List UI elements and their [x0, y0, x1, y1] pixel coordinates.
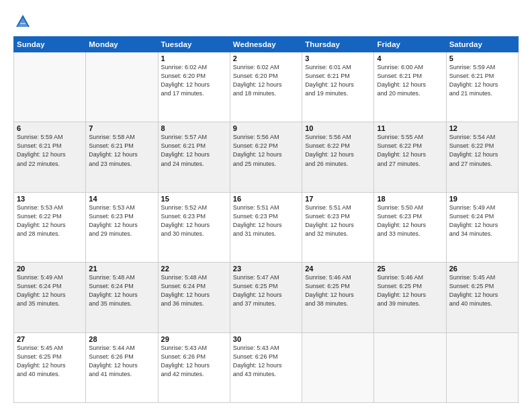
calendar-header-row: SundayMondayTuesdayWednesdayThursdayFrid…: [14, 37, 519, 52]
header: [13, 12, 519, 31]
day-number: 19: [449, 195, 515, 203]
calendar-cell: 14Sunrise: 5:53 AM Sunset: 6:23 PM Dayli…: [86, 192, 158, 262]
day-info: Sunrise: 5:43 AM Sunset: 6:26 PM Dayligh…: [161, 344, 227, 379]
day-info: Sunrise: 5:48 AM Sunset: 6:24 PM Dayligh…: [161, 273, 227, 308]
day-info: Sunrise: 5:51 AM Sunset: 6:23 PM Dayligh…: [305, 203, 371, 238]
calendar-header-friday: Friday: [374, 37, 446, 52]
day-info: Sunrise: 5:43 AM Sunset: 6:26 PM Dayligh…: [233, 344, 299, 379]
calendar-week-row: 6Sunrise: 5:59 AM Sunset: 6:21 PM Daylig…: [14, 122, 519, 192]
day-info: Sunrise: 5:53 AM Sunset: 6:22 PM Dayligh…: [17, 203, 83, 238]
calendar-week-row: 13Sunrise: 5:53 AM Sunset: 6:22 PM Dayli…: [14, 192, 519, 262]
page: SundayMondayTuesdayWednesdayThursdayFrid…: [0, 0, 532, 411]
calendar-cell: 4Sunrise: 6:00 AM Sunset: 6:21 PM Daylig…: [374, 52, 446, 122]
day-info: Sunrise: 5:44 AM Sunset: 6:26 PM Dayligh…: [89, 344, 154, 379]
calendar-cell: [446, 332, 518, 402]
calendar-cell: 10Sunrise: 5:56 AM Sunset: 6:22 PM Dayli…: [302, 122, 374, 192]
day-number: 28: [89, 335, 154, 343]
day-number: 9: [233, 124, 299, 132]
day-number: 17: [305, 195, 371, 203]
calendar-header-tuesday: Tuesday: [158, 37, 230, 52]
day-info: Sunrise: 5:49 AM Sunset: 6:24 PM Dayligh…: [449, 203, 515, 238]
calendar-header-thursday: Thursday: [302, 37, 374, 52]
calendar-cell: 19Sunrise: 5:49 AM Sunset: 6:24 PM Dayli…: [446, 192, 518, 262]
calendar-cell: 21Sunrise: 5:48 AM Sunset: 6:24 PM Dayli…: [86, 263, 158, 332]
day-info: Sunrise: 5:59 AM Sunset: 6:21 PM Dayligh…: [17, 133, 83, 168]
calendar-cell: 11Sunrise: 5:55 AM Sunset: 6:22 PM Dayli…: [374, 122, 446, 192]
calendar-cell: 12Sunrise: 5:54 AM Sunset: 6:22 PM Dayli…: [446, 122, 518, 192]
day-number: 3: [305, 54, 371, 62]
day-info: Sunrise: 5:46 AM Sunset: 6:25 PM Dayligh…: [377, 273, 443, 308]
calendar-cell: 15Sunrise: 5:52 AM Sunset: 6:23 PM Dayli…: [158, 192, 230, 262]
calendar-cell: 23Sunrise: 5:47 AM Sunset: 6:25 PM Dayli…: [230, 263, 302, 332]
day-number: 30: [233, 335, 299, 343]
day-number: 16: [233, 195, 299, 203]
calendar-cell: 27Sunrise: 5:45 AM Sunset: 6:25 PM Dayli…: [14, 332, 86, 402]
calendar-cell: 8Sunrise: 5:57 AM Sunset: 6:21 PM Daylig…: [158, 122, 230, 192]
calendar-cell: 9Sunrise: 5:56 AM Sunset: 6:22 PM Daylig…: [230, 122, 302, 192]
day-number: 24: [305, 265, 371, 273]
calendar-cell: 2Sunrise: 6:02 AM Sunset: 6:20 PM Daylig…: [230, 52, 302, 122]
calendar-cell: 20Sunrise: 5:49 AM Sunset: 6:24 PM Dayli…: [14, 263, 86, 332]
calendar-cell: 16Sunrise: 5:51 AM Sunset: 6:23 PM Dayli…: [230, 192, 302, 262]
calendar-header-monday: Monday: [86, 37, 158, 52]
calendar-cell: [374, 332, 446, 402]
day-number: 29: [161, 335, 227, 343]
day-number: 18: [377, 195, 443, 203]
calendar-cell: [86, 52, 158, 122]
day-number: 7: [89, 124, 154, 132]
calendar-cell: 17Sunrise: 5:51 AM Sunset: 6:23 PM Dayli…: [302, 192, 374, 262]
day-number: 25: [377, 265, 443, 273]
day-number: 26: [449, 265, 515, 273]
day-info: Sunrise: 5:56 AM Sunset: 6:22 PM Dayligh…: [305, 133, 371, 168]
calendar-cell: 3Sunrise: 6:01 AM Sunset: 6:21 PM Daylig…: [302, 52, 374, 122]
calendar-cell: 22Sunrise: 5:48 AM Sunset: 6:24 PM Dayli…: [158, 263, 230, 332]
day-info: Sunrise: 5:55 AM Sunset: 6:22 PM Dayligh…: [377, 133, 443, 168]
logo-icon: [13, 12, 32, 31]
day-number: 1: [161, 54, 227, 62]
day-number: 15: [161, 195, 227, 203]
day-info: Sunrise: 5:59 AM Sunset: 6:21 PM Dayligh…: [449, 63, 515, 98]
day-info: Sunrise: 6:02 AM Sunset: 6:20 PM Dayligh…: [233, 63, 299, 98]
day-number: 5: [449, 54, 515, 62]
day-number: 27: [17, 335, 83, 343]
day-number: 14: [89, 195, 154, 203]
calendar-cell: 30Sunrise: 5:43 AM Sunset: 6:26 PM Dayli…: [230, 332, 302, 402]
day-info: Sunrise: 5:45 AM Sunset: 6:25 PM Dayligh…: [17, 344, 83, 379]
day-info: Sunrise: 5:45 AM Sunset: 6:25 PM Dayligh…: [449, 273, 515, 308]
day-info: Sunrise: 5:53 AM Sunset: 6:23 PM Dayligh…: [89, 203, 154, 238]
day-info: Sunrise: 6:02 AM Sunset: 6:20 PM Dayligh…: [161, 63, 227, 98]
day-number: 4: [377, 54, 443, 62]
day-number: 6: [17, 124, 83, 132]
calendar-cell: [302, 332, 374, 402]
day-number: 22: [161, 265, 227, 273]
calendar-table: SundayMondayTuesdayWednesdayThursdayFrid…: [13, 36, 519, 403]
day-info: Sunrise: 5:50 AM Sunset: 6:23 PM Dayligh…: [377, 203, 443, 238]
day-number: 8: [161, 124, 227, 132]
logo: [13, 12, 35, 31]
day-info: Sunrise: 5:52 AM Sunset: 6:23 PM Dayligh…: [161, 203, 227, 238]
day-number: 2: [233, 54, 299, 62]
svg-rect-2: [20, 23, 26, 24]
calendar-cell: 28Sunrise: 5:44 AM Sunset: 6:26 PM Dayli…: [86, 332, 158, 402]
calendar-cell: 24Sunrise: 5:46 AM Sunset: 6:25 PM Dayli…: [302, 263, 374, 332]
day-info: Sunrise: 6:00 AM Sunset: 6:21 PM Dayligh…: [377, 63, 443, 98]
day-info: Sunrise: 5:58 AM Sunset: 6:21 PM Dayligh…: [89, 133, 154, 168]
calendar-cell: 29Sunrise: 5:43 AM Sunset: 6:26 PM Dayli…: [158, 332, 230, 402]
day-info: Sunrise: 5:48 AM Sunset: 6:24 PM Dayligh…: [89, 273, 154, 308]
calendar-cell: 13Sunrise: 5:53 AM Sunset: 6:22 PM Dayli…: [14, 192, 86, 262]
day-info: Sunrise: 6:01 AM Sunset: 6:21 PM Dayligh…: [305, 63, 371, 98]
calendar-cell: 5Sunrise: 5:59 AM Sunset: 6:21 PM Daylig…: [446, 52, 518, 122]
day-number: 10: [305, 124, 371, 132]
calendar-cell: 25Sunrise: 5:46 AM Sunset: 6:25 PM Dayli…: [374, 263, 446, 332]
calendar-cell: 26Sunrise: 5:45 AM Sunset: 6:25 PM Dayli…: [446, 263, 518, 332]
day-number: 12: [449, 124, 515, 132]
day-info: Sunrise: 5:46 AM Sunset: 6:25 PM Dayligh…: [305, 273, 371, 308]
calendar-header-wednesday: Wednesday: [230, 37, 302, 52]
day-info: Sunrise: 5:56 AM Sunset: 6:22 PM Dayligh…: [233, 133, 299, 168]
calendar-week-row: 20Sunrise: 5:49 AM Sunset: 6:24 PM Dayli…: [14, 263, 519, 332]
calendar-cell: 7Sunrise: 5:58 AM Sunset: 6:21 PM Daylig…: [86, 122, 158, 192]
calendar-header-saturday: Saturday: [446, 37, 518, 52]
calendar-cell: [14, 52, 86, 122]
day-info: Sunrise: 5:47 AM Sunset: 6:25 PM Dayligh…: [233, 273, 299, 308]
day-number: 23: [233, 265, 299, 273]
